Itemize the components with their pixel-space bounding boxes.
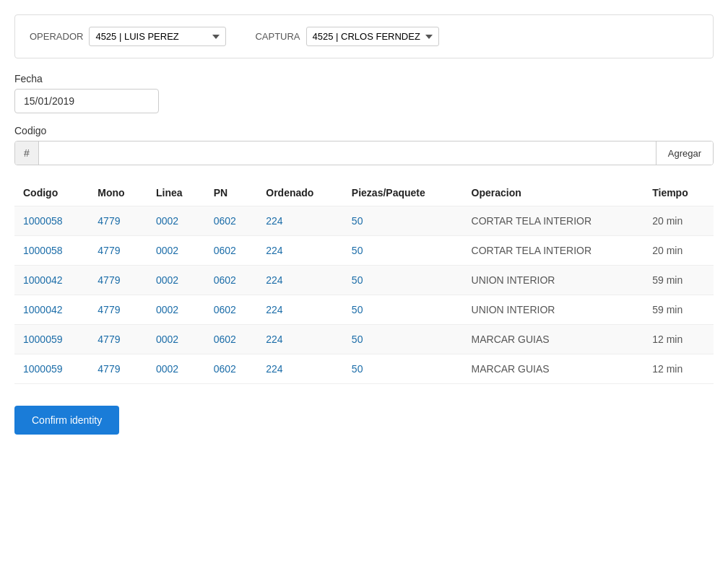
td-codigo: 1000059 xyxy=(14,354,89,384)
td-linea: 0002 xyxy=(147,236,205,266)
th-codigo: Codigo xyxy=(14,180,89,206)
codigo-section: Codigo # Agregar xyxy=(14,125,714,165)
td-codigo: 1000042 xyxy=(14,295,89,325)
agregar-button[interactable]: Agregar xyxy=(656,141,713,165)
td-mono: 4779 xyxy=(89,325,147,354)
captura-group: CAPTURA 4525 | CRLOS FERNDEZ4526 | OTRO … xyxy=(255,27,438,46)
th-piezas-paquete: Piezas/Paquete xyxy=(343,180,463,206)
td-mono: 4779 xyxy=(89,295,147,325)
td-codigo: 1000058 xyxy=(14,236,89,266)
td-operacion: UNION INTERIOR xyxy=(463,295,644,325)
td-tiempo: 20 min xyxy=(644,236,714,266)
td-operacion: CORTAR TELA INTERIOR xyxy=(463,206,644,236)
table-row: 100005847790002060222450CORTAR TELA INTE… xyxy=(14,206,714,236)
operador-label: OPERADOR xyxy=(30,31,83,42)
td-mono: 4779 xyxy=(89,206,147,236)
table-body: 100005847790002060222450CORTAR TELA INTE… xyxy=(14,206,714,384)
td-tiempo: 59 min xyxy=(644,266,714,295)
td-tiempo: 12 min xyxy=(644,354,714,384)
td-linea: 0002 xyxy=(147,295,205,325)
data-table: Codigo Mono Linea PN Ordenado Piezas/Paq… xyxy=(14,180,714,384)
table-row: 100005847790002060222450CORTAR TELA INTE… xyxy=(14,236,714,266)
td-piezasPaquete: 50 xyxy=(343,266,463,295)
td-piezasPaquete: 50 xyxy=(343,325,463,354)
td-linea: 0002 xyxy=(147,206,205,236)
fecha-label: Fecha xyxy=(14,73,714,84)
operador-group: OPERADOR 4525 | LUIS PEREZ4526 | OTRO OP… xyxy=(30,27,226,46)
td-tiempo: 12 min xyxy=(644,325,714,354)
td-piezasPaquete: 50 xyxy=(343,206,463,236)
top-bar: OPERADOR 4525 | LUIS PEREZ4526 | OTRO OP… xyxy=(14,14,714,58)
td-ordenado: 224 xyxy=(257,206,343,236)
td-ordenado: 224 xyxy=(257,266,343,295)
codigo-input[interactable] xyxy=(39,141,656,165)
td-pn: 0602 xyxy=(205,354,258,384)
td-piezasPaquete: 50 xyxy=(343,354,463,384)
td-pn: 0602 xyxy=(205,325,258,354)
th-ordenado: Ordenado xyxy=(257,180,343,206)
table-row: 100004247790002060222450UNION INTERIOR59… xyxy=(14,295,714,325)
td-pn: 0602 xyxy=(205,206,258,236)
td-pn: 0602 xyxy=(205,236,258,266)
td-piezasPaquete: 50 xyxy=(343,295,463,325)
hash-symbol: # xyxy=(15,141,39,165)
td-mono: 4779 xyxy=(89,266,147,295)
td-linea: 0002 xyxy=(147,325,205,354)
td-pn: 0602 xyxy=(205,266,258,295)
td-mono: 4779 xyxy=(89,354,147,384)
table-row: 100005947790002060222450MARCAR GUIAS12 m… xyxy=(14,354,714,384)
table-header: Codigo Mono Linea PN Ordenado Piezas/Paq… xyxy=(14,180,714,206)
captura-label: CAPTURA xyxy=(255,31,300,42)
fecha-input[interactable] xyxy=(14,89,159,113)
codigo-label: Codigo xyxy=(14,125,714,136)
operador-select[interactable]: 4525 | LUIS PEREZ4526 | OTRO OPERADOR xyxy=(89,27,226,46)
td-pn: 0602 xyxy=(205,295,258,325)
td-piezasPaquete: 50 xyxy=(343,236,463,266)
td-codigo: 1000058 xyxy=(14,206,89,236)
th-linea: Linea xyxy=(147,180,205,206)
td-operacion: MARCAR GUIAS xyxy=(463,325,644,354)
td-operacion: MARCAR GUIAS xyxy=(463,354,644,384)
td-operacion: UNION INTERIOR xyxy=(463,266,644,295)
table-row: 100004247790002060222450UNION INTERIOR59… xyxy=(14,266,714,295)
td-ordenado: 224 xyxy=(257,236,343,266)
th-pn: PN xyxy=(205,180,258,206)
td-ordenado: 224 xyxy=(257,354,343,384)
page-container: OPERADOR 4525 | LUIS PEREZ4526 | OTRO OP… xyxy=(0,0,728,571)
table-header-row: Codigo Mono Linea PN Ordenado Piezas/Paq… xyxy=(14,180,714,206)
td-codigo: 1000042 xyxy=(14,266,89,295)
fecha-section: Fecha xyxy=(14,73,714,113)
td-linea: 0002 xyxy=(147,266,205,295)
td-mono: 4779 xyxy=(89,236,147,266)
th-operacion: Operacion xyxy=(463,180,644,206)
td-linea: 0002 xyxy=(147,354,205,384)
td-operacion: CORTAR TELA INTERIOR xyxy=(463,236,644,266)
th-tiempo: Tiempo xyxy=(644,180,714,206)
codigo-input-row: # Agregar xyxy=(14,141,714,165)
table-row: 100005947790002060222450MARCAR GUIAS12 m… xyxy=(14,325,714,354)
td-ordenado: 224 xyxy=(257,295,343,325)
th-mono: Mono xyxy=(89,180,147,206)
td-tiempo: 20 min xyxy=(644,206,714,236)
captura-select[interactable]: 4525 | CRLOS FERNDEZ4526 | OTRO CAPTURA xyxy=(306,27,439,46)
confirm-identity-button[interactable]: Confirm identity xyxy=(14,406,119,435)
td-codigo: 1000059 xyxy=(14,325,89,354)
td-tiempo: 59 min xyxy=(644,295,714,325)
td-ordenado: 224 xyxy=(257,325,343,354)
